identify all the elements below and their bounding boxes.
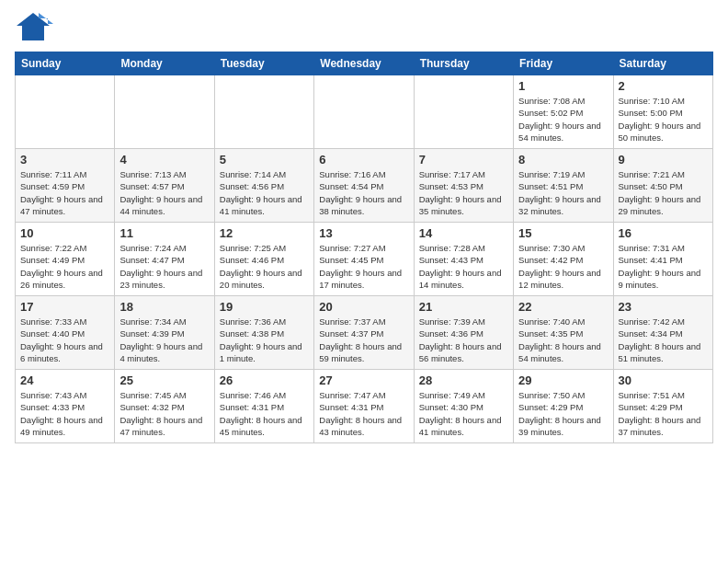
day-number: 12 (220, 226, 309, 240)
day-info: Sunrise: 7:39 AM Sunset: 4:36 PM Dayligh… (419, 316, 508, 364)
calendar-week: 24Sunrise: 7:43 AM Sunset: 4:33 PM Dayli… (16, 370, 713, 443)
day-number: 13 (319, 226, 408, 240)
calendar-cell: 21Sunrise: 7:39 AM Sunset: 4:36 PM Dayli… (414, 296, 513, 370)
weekday-header: Sunday (16, 52, 115, 75)
calendar-cell: 20Sunrise: 7:37 AM Sunset: 4:37 PM Dayli… (314, 296, 414, 370)
weekday-header: Saturday (613, 52, 712, 75)
day-info: Sunrise: 7:51 AM Sunset: 4:29 PM Dayligh… (619, 389, 708, 438)
day-number: 10 (20, 226, 109, 240)
calendar-cell (214, 75, 313, 149)
day-info: Sunrise: 7:37 AM Sunset: 4:37 PM Dayligh… (319, 316, 408, 364)
calendar-cell: 28Sunrise: 7:49 AM Sunset: 4:30 PM Dayli… (414, 370, 513, 443)
calendar-cell: 8Sunrise: 7:19 AM Sunset: 4:51 PM Daylig… (514, 149, 613, 223)
day-info: Sunrise: 7:19 AM Sunset: 4:51 PM Dayligh… (518, 168, 608, 217)
day-number: 18 (119, 300, 209, 314)
calendar-cell (115, 75, 214, 149)
day-number: 20 (319, 300, 408, 314)
day-number: 30 (619, 373, 708, 387)
calendar-cell: 5Sunrise: 7:14 AM Sunset: 4:56 PM Daylig… (214, 149, 313, 223)
calendar-table: SundayMondayTuesdayWednesdayThursdayFrid… (15, 52, 713, 443)
day-info: Sunrise: 7:46 AM Sunset: 4:31 PM Dayligh… (220, 389, 309, 438)
logo-icon (15, 9, 53, 44)
calendar-week: 10Sunrise: 7:22 AM Sunset: 4:49 PM Dayli… (16, 223, 713, 296)
calendar-cell: 23Sunrise: 7:42 AM Sunset: 4:34 PM Dayli… (613, 296, 712, 370)
day-info: Sunrise: 7:40 AM Sunset: 4:35 PM Dayligh… (518, 316, 608, 364)
calendar-week: 1Sunrise: 7:08 AM Sunset: 5:02 PM Daylig… (16, 75, 713, 149)
weekday-header: Monday (115, 52, 214, 75)
calendar-cell: 25Sunrise: 7:45 AM Sunset: 4:32 PM Dayli… (115, 370, 214, 443)
day-number: 16 (619, 226, 708, 240)
calendar-cell: 24Sunrise: 7:43 AM Sunset: 4:33 PM Dayli… (16, 370, 115, 443)
day-number: 24 (20, 373, 109, 387)
calendar-cell: 7Sunrise: 7:17 AM Sunset: 4:53 PM Daylig… (414, 149, 513, 223)
day-info: Sunrise: 7:42 AM Sunset: 4:34 PM Dayligh… (619, 316, 708, 364)
calendar-cell: 18Sunrise: 7:34 AM Sunset: 4:39 PM Dayli… (115, 296, 214, 370)
day-number: 26 (220, 373, 309, 387)
weekday-header: Tuesday (214, 52, 313, 75)
day-info: Sunrise: 7:25 AM Sunset: 4:46 PM Dayligh… (220, 242, 309, 291)
calendar-week: 3Sunrise: 7:11 AM Sunset: 4:59 PM Daylig… (16, 149, 713, 223)
calendar-cell: 30Sunrise: 7:51 AM Sunset: 4:29 PM Dayli… (613, 370, 712, 443)
weekday-header: Thursday (414, 52, 513, 75)
calendar-cell: 19Sunrise: 7:36 AM Sunset: 4:38 PM Dayli… (214, 296, 313, 370)
day-number: 28 (419, 373, 508, 387)
day-info: Sunrise: 7:49 AM Sunset: 4:30 PM Dayligh… (419, 389, 508, 438)
day-info: Sunrise: 7:47 AM Sunset: 4:31 PM Dayligh… (319, 389, 408, 438)
day-number: 29 (518, 373, 608, 387)
day-number: 22 (518, 300, 608, 314)
calendar-cell: 1Sunrise: 7:08 AM Sunset: 5:02 PM Daylig… (514, 75, 613, 149)
calendar-header: SundayMondayTuesdayWednesdayThursdayFrid… (16, 52, 713, 75)
day-info: Sunrise: 7:11 AM Sunset: 4:59 PM Dayligh… (20, 168, 109, 217)
calendar-cell: 22Sunrise: 7:40 AM Sunset: 4:35 PM Dayli… (514, 296, 613, 370)
day-number: 11 (119, 226, 209, 240)
day-info: Sunrise: 7:31 AM Sunset: 4:41 PM Dayligh… (619, 242, 708, 291)
calendar-cell (16, 75, 115, 149)
day-number: 1 (518, 79, 608, 93)
day-info: Sunrise: 7:28 AM Sunset: 4:43 PM Dayligh… (419, 242, 508, 291)
calendar-cell: 16Sunrise: 7:31 AM Sunset: 4:41 PM Dayli… (613, 223, 712, 296)
calendar-cell: 2Sunrise: 7:10 AM Sunset: 5:00 PM Daylig… (613, 75, 712, 149)
day-info: Sunrise: 7:27 AM Sunset: 4:45 PM Dayligh… (319, 242, 408, 291)
calendar-cell (314, 75, 414, 149)
day-info: Sunrise: 7:33 AM Sunset: 4:40 PM Dayligh… (20, 316, 109, 364)
calendar-week: 17Sunrise: 7:33 AM Sunset: 4:40 PM Dayli… (16, 296, 713, 370)
day-number: 8 (518, 153, 608, 167)
day-number: 27 (319, 373, 408, 387)
day-info: Sunrise: 7:24 AM Sunset: 4:47 PM Dayligh… (119, 242, 209, 291)
calendar-cell: 29Sunrise: 7:50 AM Sunset: 4:29 PM Dayli… (514, 370, 613, 443)
day-info: Sunrise: 7:22 AM Sunset: 4:49 PM Dayligh… (20, 242, 109, 291)
calendar-cell: 4Sunrise: 7:13 AM Sunset: 4:57 PM Daylig… (115, 149, 214, 223)
day-info: Sunrise: 7:30 AM Sunset: 4:42 PM Dayligh… (518, 242, 608, 291)
day-number: 15 (518, 226, 608, 240)
calendar-cell: 12Sunrise: 7:25 AM Sunset: 4:46 PM Dayli… (214, 223, 313, 296)
calendar-cell: 27Sunrise: 7:47 AM Sunset: 4:31 PM Dayli… (314, 370, 414, 443)
day-number: 4 (119, 153, 209, 167)
weekday-header: Friday (514, 52, 613, 75)
calendar-cell: 6Sunrise: 7:16 AM Sunset: 4:54 PM Daylig… (314, 149, 414, 223)
day-number: 23 (619, 300, 708, 314)
day-info: Sunrise: 7:43 AM Sunset: 4:33 PM Dayligh… (20, 389, 109, 438)
svg-marker-0 (17, 13, 50, 40)
calendar-cell: 26Sunrise: 7:46 AM Sunset: 4:31 PM Dayli… (214, 370, 313, 443)
day-info: Sunrise: 7:21 AM Sunset: 4:50 PM Dayligh… (619, 168, 708, 217)
calendar-cell: 9Sunrise: 7:21 AM Sunset: 4:50 PM Daylig… (613, 149, 712, 223)
day-number: 3 (20, 153, 109, 167)
day-info: Sunrise: 7:50 AM Sunset: 4:29 PM Dayligh… (518, 389, 608, 438)
day-info: Sunrise: 7:34 AM Sunset: 4:39 PM Dayligh… (119, 316, 209, 364)
day-number: 5 (220, 153, 309, 167)
calendar-cell: 11Sunrise: 7:24 AM Sunset: 4:47 PM Dayli… (115, 223, 214, 296)
day-number: 6 (319, 153, 408, 167)
day-info: Sunrise: 7:10 AM Sunset: 5:00 PM Dayligh… (619, 95, 708, 144)
day-info: Sunrise: 7:13 AM Sunset: 4:57 PM Dayligh… (119, 168, 209, 217)
day-number: 9 (619, 153, 708, 167)
calendar-cell: 14Sunrise: 7:28 AM Sunset: 4:43 PM Dayli… (414, 223, 513, 296)
weekday-row: SundayMondayTuesdayWednesdayThursdayFrid… (16, 52, 713, 75)
calendar-cell: 3Sunrise: 7:11 AM Sunset: 4:59 PM Daylig… (16, 149, 115, 223)
day-info: Sunrise: 7:14 AM Sunset: 4:56 PM Dayligh… (220, 168, 309, 217)
day-number: 2 (619, 79, 708, 93)
calendar-body: 1Sunrise: 7:08 AM Sunset: 5:02 PM Daylig… (16, 75, 713, 443)
day-number: 19 (220, 300, 309, 314)
day-number: 17 (20, 300, 109, 314)
logo (15, 9, 53, 44)
day-number: 14 (419, 226, 508, 240)
